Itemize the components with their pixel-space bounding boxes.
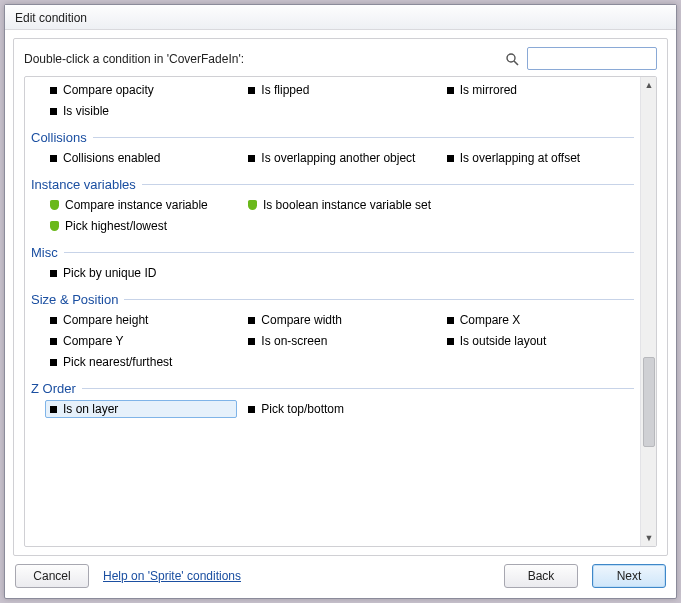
condition-item[interactable]: Is on layer <box>45 400 237 418</box>
condition-label: Compare Y <box>63 334 123 348</box>
condition-item[interactable]: Is visible <box>45 102 237 120</box>
condition-list-wrap: Compare opacityIs flippedIs mirroredIs v… <box>24 76 657 547</box>
dialog-body: Double-click a condition in 'CoverFadeIn… <box>13 38 668 556</box>
condition-label: Compare height <box>63 313 148 327</box>
search-input[interactable] <box>527 47 657 70</box>
condition-item[interactable]: Compare X <box>442 311 634 329</box>
section-header: Z Order <box>31 381 634 396</box>
section-title: Instance variables <box>31 177 136 192</box>
condition-list[interactable]: Compare opacityIs flippedIs mirroredIs v… <box>25 77 640 546</box>
prompt-row: Double-click a condition in 'CoverFadeIn… <box>14 39 667 76</box>
variable-icon <box>50 200 59 210</box>
back-button[interactable]: Back <box>504 564 578 588</box>
condition-label: Is outside layout <box>460 334 547 348</box>
variable-icon <box>50 221 59 231</box>
condition-item[interactable]: Is flipped <box>243 81 435 99</box>
condition-item[interactable]: Pick top/bottom <box>243 400 435 418</box>
cancel-button[interactable]: Cancel <box>15 564 89 588</box>
condition-item[interactable]: Pick highest/lowest <box>45 217 237 235</box>
condition-label: Pick top/bottom <box>261 402 344 416</box>
bullet-icon <box>50 270 57 277</box>
section-items: Compare opacityIs flippedIs mirroredIs v… <box>31 81 634 120</box>
condition-item[interactable]: Pick by unique ID <box>45 264 237 282</box>
section-items: Collisions enabledIs overlapping another… <box>31 149 634 167</box>
condition-item[interactable]: Is on-screen <box>243 332 435 350</box>
section-title: Z Order <box>31 381 76 396</box>
search-icon <box>505 52 519 66</box>
condition-item[interactable]: Is overlapping another object <box>243 149 435 167</box>
condition-item[interactable]: Compare instance variable <box>45 196 237 214</box>
bullet-icon <box>50 406 57 413</box>
dialog-footer: Cancel Help on 'Sprite' conditions Back … <box>5 556 676 598</box>
bullet-icon <box>248 87 255 94</box>
window-title: Edit condition <box>5 5 676 30</box>
bullet-icon <box>447 338 454 345</box>
bullet-icon <box>50 338 57 345</box>
section-header: Instance variables <box>31 177 634 192</box>
condition-label: Is overlapping another object <box>261 151 415 165</box>
condition-label: Is overlapping at offset <box>460 151 581 165</box>
bullet-icon <box>447 87 454 94</box>
svg-line-1 <box>514 61 518 65</box>
section-header: Size & Position <box>31 292 634 307</box>
scroll-up-icon[interactable]: ▲ <box>641 77 657 93</box>
section-title: Misc <box>31 245 58 260</box>
section-items: Compare heightCompare widthCompare XComp… <box>31 311 634 371</box>
condition-label: Compare width <box>261 313 342 327</box>
section-title: Size & Position <box>31 292 118 307</box>
bullet-icon <box>50 108 57 115</box>
section-items: Is on layerPick top/bottom <box>31 400 634 418</box>
condition-label: Is flipped <box>261 83 309 97</box>
condition-label: Compare opacity <box>63 83 154 97</box>
dialog-window: Edit condition Double-click a condition … <box>4 4 677 599</box>
condition-label: Pick by unique ID <box>63 266 156 280</box>
bullet-icon <box>248 155 255 162</box>
condition-item[interactable]: Is boolean instance variable set <box>243 196 436 214</box>
bullet-icon <box>248 317 255 324</box>
bullet-icon <box>50 359 57 366</box>
variable-icon <box>248 200 257 210</box>
condition-item[interactable]: Compare Y <box>45 332 237 350</box>
condition-item[interactable]: Is outside layout <box>442 332 634 350</box>
condition-label: Is visible <box>63 104 109 118</box>
condition-label: Compare instance variable <box>65 198 208 212</box>
bullet-icon <box>447 155 454 162</box>
condition-item[interactable]: Compare width <box>243 311 435 329</box>
bullet-icon <box>248 338 255 345</box>
next-button[interactable]: Next <box>592 564 666 588</box>
section-title: Collisions <box>31 130 87 145</box>
scroll-down-icon[interactable]: ▼ <box>641 530 657 546</box>
condition-label: Is on-screen <box>261 334 327 348</box>
condition-item[interactable]: Pick nearest/furthest <box>45 353 237 371</box>
condition-item[interactable]: Is overlapping at offset <box>442 149 634 167</box>
condition-label: Is on layer <box>63 402 118 416</box>
condition-label: Pick nearest/furthest <box>63 355 172 369</box>
condition-item[interactable]: Compare height <box>45 311 237 329</box>
condition-label: Is mirrored <box>460 83 517 97</box>
section-header: Collisions <box>31 130 634 145</box>
scrollbar[interactable]: ▲ ▼ <box>640 77 656 546</box>
section-items: Pick by unique ID <box>31 264 634 282</box>
bullet-icon <box>50 87 57 94</box>
help-link[interactable]: Help on 'Sprite' conditions <box>103 569 241 583</box>
condition-label: Compare X <box>460 313 521 327</box>
condition-item[interactable]: Compare opacity <box>45 81 237 99</box>
condition-label: Collisions enabled <box>63 151 160 165</box>
scroll-thumb[interactable] <box>643 357 655 447</box>
condition-item[interactable]: Collisions enabled <box>45 149 237 167</box>
svg-point-0 <box>507 54 515 62</box>
section-items: Compare instance variableIs boolean inst… <box>31 196 634 235</box>
bullet-icon <box>248 406 255 413</box>
condition-label: Pick highest/lowest <box>65 219 167 233</box>
condition-label: Is boolean instance variable set <box>263 198 431 212</box>
bullet-icon <box>50 155 57 162</box>
bullet-icon <box>447 317 454 324</box>
bullet-icon <box>50 317 57 324</box>
section-header: Misc <box>31 245 634 260</box>
prompt-text: Double-click a condition in 'CoverFadeIn… <box>24 52 497 66</box>
condition-item[interactable]: Is mirrored <box>442 81 634 99</box>
